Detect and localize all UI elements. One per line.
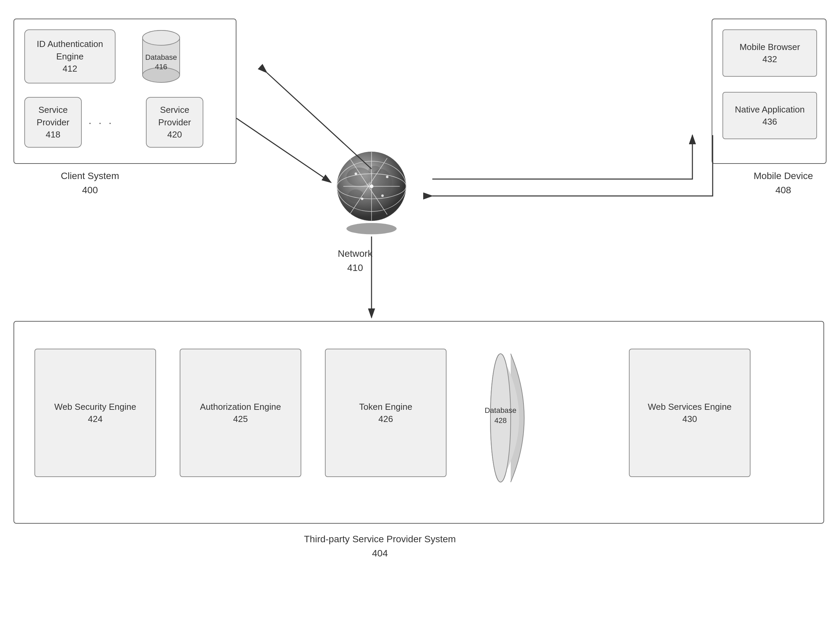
svg-text:416: 416 <box>155 62 168 71</box>
network-globe <box>321 142 422 243</box>
authorization-engine-box: Authorization Engine 425 <box>180 349 301 477</box>
web-security-engine-box: Web Security Engine 424 <box>34 349 156 477</box>
web-services-engine-box: Web Services Engine 430 <box>629 349 751 477</box>
thirdparty-system-label: Third-party Service Provider System 404 <box>304 532 456 561</box>
diagram: ID Authentication Engine 412 Database 41… <box>0 0 840 624</box>
svg-text:428: 428 <box>495 416 507 425</box>
authorization-engine-label: Authorization Engine 425 <box>200 401 281 425</box>
thirdparty-system-box: Web Security Engine 424 Authorization En… <box>14 321 824 524</box>
svg-point-24 <box>361 198 363 200</box>
svg-point-5 <box>143 30 180 45</box>
database-cylinder-client: Database 416 <box>139 26 183 83</box>
svg-point-21 <box>370 184 373 188</box>
service-provider-420-box: Service Provider 420 <box>146 97 203 148</box>
service-provider-418-box: Service Provider 418 <box>24 97 82 148</box>
service-provider-420-label: Service Provider 420 <box>146 104 203 141</box>
network-label: Network 410 <box>338 247 373 275</box>
token-engine-box: Token Engine 426 <box>325 349 447 477</box>
svg-point-23 <box>386 176 388 178</box>
svg-point-25 <box>381 195 384 197</box>
mobile-device-label: Mobile Device 408 <box>754 169 813 197</box>
database-cylinder-thirdparty: Database 428 <box>470 345 531 487</box>
mobile-device-box: Mobile Browser 432 Native Application 43… <box>712 19 826 164</box>
mobile-browser-box: Mobile Browser 432 <box>723 29 817 77</box>
svg-point-9 <box>347 223 397 234</box>
mobile-browser-label: Mobile Browser 432 <box>739 41 800 66</box>
web-security-engine-label: Web Security Engine 424 <box>54 401 136 425</box>
native-app-box: Native Application 436 <box>723 92 817 139</box>
id-auth-engine-box: ID Authentication Engine 412 <box>24 29 116 83</box>
web-services-engine-label: Web Services Engine 430 <box>648 401 732 425</box>
token-engine-label: Token Engine 426 <box>359 401 412 425</box>
svg-point-13 <box>348 190 364 202</box>
svg-text:Database: Database <box>485 406 516 414</box>
svg-point-11 <box>347 168 371 187</box>
svg-point-22 <box>354 173 357 175</box>
client-system-box: ID Authentication Engine 412 Database 41… <box>14 19 236 164</box>
service-provider-418-label: Service Provider 418 <box>25 104 81 141</box>
svg-line-34 <box>236 118 331 182</box>
native-app-label: Native Application 436 <box>735 103 805 128</box>
id-auth-engine-label: ID Authentication Engine 412 <box>25 38 115 75</box>
svg-text:Database: Database <box>145 53 177 62</box>
ellipsis: · · · <box>88 117 114 129</box>
client-system-label: Client System 400 <box>61 169 119 197</box>
